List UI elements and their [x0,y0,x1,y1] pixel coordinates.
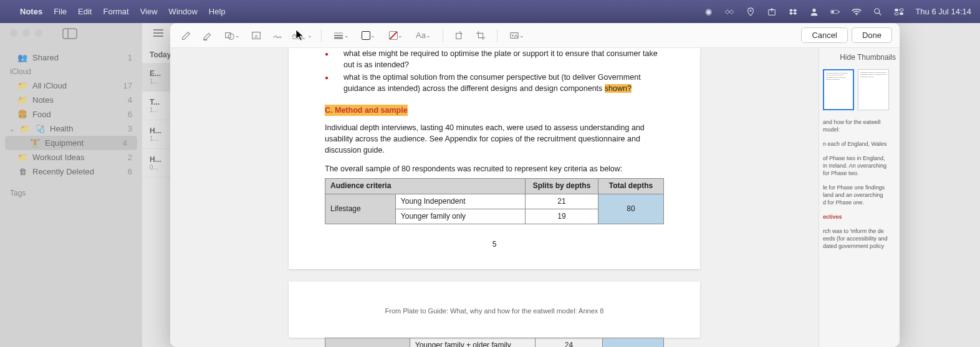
table-cell: Young Independent [395,194,525,209]
svg-point-7 [875,8,880,13]
sidebar-item-equipment[interactable]: 🏋️ Equipment 4 [5,136,137,150]
sidebar-item-count: 2 [128,153,132,162]
cancel-button[interactable]: Cancel [801,27,847,43]
record-icon[interactable]: ◉ [703,7,713,17]
menu-help[interactable]: Help [209,7,226,16]
svg-rect-11 [895,12,898,15]
menu-format[interactable]: Format [103,7,128,16]
side-text-preview: and how for the eatwell model: n each of… [819,116,900,347]
doc-paragraph: The overall sample of 80 respondents was… [325,163,664,174]
toolbar-separator [321,29,322,42]
chevron-down-icon: ⌄ [235,32,240,39]
updates-icon[interactable] [767,7,777,17]
document-scroll-area[interactable]: ● what else might be required to optimis… [170,48,819,347]
sidebar-item-label: All iCloud [32,81,67,90]
table-header: Total depths [598,179,663,194]
minimize-window-button[interactable] [22,29,30,37]
sidebar-item-label: Health [50,124,74,133]
chevron-down-icon: ⌄ [398,32,403,39]
sidebar-item-label: Workout Ideas [32,153,85,162]
sidebar-item-food[interactable]: 🍔 Food 6 [0,107,142,121]
crop-tool-icon[interactable] [472,28,489,43]
folder-icon: 📁 [20,124,30,133]
signature-tool-icon[interactable]: ⌄ [290,28,314,43]
app-menu[interactable]: Notes [20,7,42,16]
control-center-icon[interactable] [894,7,904,17]
equipment-emoji-icon: 🏋️ [30,138,40,148]
sync-icon[interactable] [724,7,734,17]
sidebar-toggle-icon[interactable] [62,28,77,39]
sidebar-item-shared[interactable]: 👥 Shared 1 [0,50,142,65]
page-thumbnail[interactable]: ▬▬▬▬ ▬▬▬ ▬▬▬▬ ▬▬ ▬▬▬▬ ▬▬▬ ▬▬▬▬ ▬▬ ▬▬▬▬ ▬… [858,69,889,110]
fill-color-icon[interactable]: ⌄ [384,28,408,43]
menu-file[interactable]: File [54,7,67,16]
sidebar-item-health[interactable]: ⌄ 📁 🩺 Health 3 [0,121,142,136]
text-style-icon[interactable]: Aa⌄ [411,28,435,43]
table-cell: Lifestage [325,194,396,224]
rotate-tool-icon[interactable] [451,28,468,43]
list-view-icon[interactable] [152,28,165,40]
markup-body: ● what else might be required to optimis… [170,48,900,347]
sign-tool-icon[interactable] [269,28,286,43]
svg-rect-13 [63,29,77,39]
menu-edit[interactable]: Edit [78,7,92,16]
toolbar-separator [443,29,443,42]
menu-window[interactable]: Window [169,7,198,16]
search-icon[interactable] [873,7,883,17]
side-text-line: in Ireland. An overarching [823,163,898,170]
sidebar-item-all-icloud[interactable]: 📁 All iCloud 17 [0,78,142,93]
done-button[interactable]: Done [852,27,892,43]
highlighter-tool-icon[interactable] [199,28,216,43]
side-text-line: rch was to 'inform the de [823,228,898,235]
wifi-icon[interactable] [852,7,862,17]
notes-sidebar: 👥 Shared 1 iCloud 📁 All iCloud 17 📁 Note… [0,23,142,347]
hide-thumbnails-button[interactable]: Hide Thumbnails [819,48,900,67]
svg-point-29 [512,34,514,36]
datetime[interactable]: Thu 6 Jul 14:14 [915,7,971,16]
side-text-line: n each of England, Wales [823,141,898,148]
dropbox-icon[interactable] [788,7,798,17]
sidebar-item-workout-ideas[interactable]: 📁 Workout Ideas 2 [0,150,142,164]
table-header: Audience criteria [325,179,526,194]
sidebar-item-label: Equipment [45,138,84,148]
doc-paragraph: Individual depth interviews, lasting 40 … [325,122,664,156]
annotate-tool-icon[interactable]: ⌄ [505,28,529,43]
chevron-down-icon[interactable]: ⌄ [9,124,15,133]
location-icon[interactable] [746,7,756,17]
menubar-left: Notes File Edit Format View Window Help [9,7,226,16]
user-icon[interactable] [809,7,819,17]
svg-point-6 [856,14,857,15]
doc-table: Audience criteria Splits by depths Total… [325,178,664,224]
menubar-status: ◉ Thu 6 Jul 14:14 [703,7,971,17]
text-tool-icon[interactable]: A [247,28,265,43]
menu-view[interactable]: View [140,7,158,16]
sidebar-item-count: 4 [123,138,127,148]
bullet-icon: ● [325,48,343,70]
chevron-down-icon: ⌄ [307,32,312,39]
sidebar-section-icloud: iCloud [0,65,142,78]
battery-icon[interactable] [830,7,840,17]
page-thumbnail[interactable]: ▬▬▬▬ ▬▬▬ ▬▬▬▬ ▬▬ ▬▬▬▬ ▬▬▬ ▬▬▬▬ ▬▬ ▬▬▬▬ ▬… [823,69,854,110]
sidebar-item-label: Shared [32,53,59,62]
thumbnail-strip: ▬▬▬▬ ▬▬▬ ▬▬▬▬ ▬▬ ▬▬▬▬ ▬▬▬ ▬▬▬▬ ▬▬ ▬▬▬▬ ▬… [819,67,900,116]
shapes-tool-icon[interactable]: ⌄ [220,28,244,43]
food-emoji-icon: 🍔 [17,110,27,119]
svg-rect-5 [839,11,840,12]
sidebar-item-label: Recently Deleted [32,167,94,176]
stroke-color-icon[interactable]: ⌄ [357,28,380,43]
stroke-width-icon[interactable]: ⌄ [329,28,353,43]
chevron-down-icon: ⌄ [344,32,349,39]
sidebar-item-recently-deleted[interactable]: 🗑 Recently Deleted 6 [0,164,142,179]
side-text-line: le for Phase one findings [823,184,898,192]
close-window-button[interactable] [10,29,17,37]
table-cell: Younger family only [395,209,525,224]
side-text-line: and how for the eatwell model: [823,119,898,133]
zoom-window-button[interactable] [35,29,42,37]
svg-text:A: A [254,33,258,39]
sidebar-item-notes[interactable]: 📁 Notes 4 [0,93,142,107]
pen-tool-icon[interactable] [178,28,195,43]
doc-text: what is the optimal solution from the co… [343,73,641,93]
side-text-heading: ectives [823,214,898,221]
table-header: Splits by depths [526,179,598,194]
svg-rect-28 [511,32,518,38]
